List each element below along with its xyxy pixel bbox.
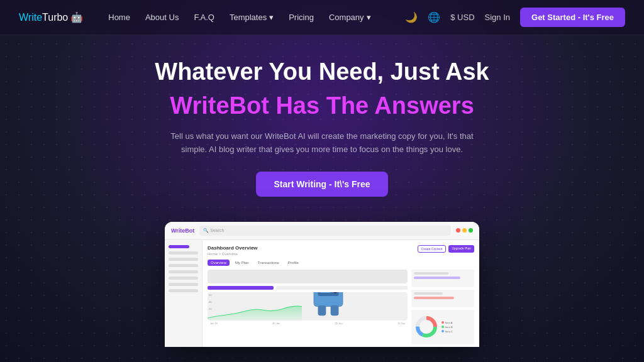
dashboard-content-area: 604020 xyxy=(208,270,474,344)
svg-rect-4 xyxy=(319,292,330,293)
get-started-button[interactable]: Get Started - It's Free xyxy=(520,8,625,27)
nav-pricing[interactable]: Pricing xyxy=(289,13,314,22)
nav-home[interactable]: Home xyxy=(108,13,130,22)
dashboard-tabs: Overview My Plan Transactions Profile xyxy=(208,260,474,266)
language-icon[interactable]: 🌐 xyxy=(428,11,440,23)
svg-rect-15 xyxy=(331,305,339,315)
sign-in-link[interactable]: Sign In xyxy=(485,13,510,22)
sidebar-item[interactable] xyxy=(169,251,198,255)
dashboard-chart: 604020 xyxy=(208,292,408,321)
window-controls xyxy=(456,228,473,233)
sidebar-item[interactable] xyxy=(169,258,198,261)
nav-faq[interactable]: F.A.Q xyxy=(194,13,214,22)
tab-overview[interactable]: Overview xyxy=(208,260,230,266)
nav-right: 🌙 🌐 $ USD Sign In Get Started - It's Fre… xyxy=(405,8,625,27)
close-button[interactable] xyxy=(456,228,460,233)
robot-illustration: ⚙ xyxy=(294,292,363,321)
tab-transactions[interactable]: Transactions xyxy=(255,260,282,266)
content-placeholder-top xyxy=(208,270,408,283)
tab-profile[interactable]: Profile xyxy=(285,260,302,266)
dashboard-actions: Create Content Upgrade Plan xyxy=(418,245,475,253)
sidebar-item[interactable] xyxy=(169,289,198,292)
logo-turbo: Turbo xyxy=(42,12,68,23)
dark-mode-icon[interactable]: 🌙 xyxy=(405,11,418,23)
dashboard-sidebar xyxy=(165,240,203,347)
search-icon: 🔍 xyxy=(203,228,209,233)
hero-headline-2: WriteBot Has The Answers xyxy=(13,92,631,121)
hero-description: Tell us what you want our WriteBot AI wi… xyxy=(165,130,479,156)
nav-links: Home About Us F.A.Q Templates ▾ Pricing … xyxy=(108,13,405,22)
dashboard-left-panel: 604020 xyxy=(208,270,408,344)
tab-my-plan[interactable]: My Plan xyxy=(232,260,252,266)
sidebar-item[interactable] xyxy=(169,270,198,273)
stat-card-1 xyxy=(411,270,474,287)
dashboard-preview: WriteBot 🔍 Search Dashboard Overview Hom… xyxy=(165,222,479,347)
navbar: WriteTurbo🤖 Home About Us F.A.Q Template… xyxy=(0,0,644,35)
currency-selector[interactable]: $ USD xyxy=(450,13,474,22)
hero-headline-1: Whatever You Need, Just Ask xyxy=(13,58,631,87)
dashboard-main: Dashboard Overview Home > Overview Creat… xyxy=(203,240,479,347)
stat-card-2 xyxy=(411,290,474,307)
create-content-button[interactable]: Create Content xyxy=(418,245,447,253)
chevron-down-icon: ▾ xyxy=(367,13,371,22)
start-writing-button[interactable]: Start Writing - It\'s Free xyxy=(256,172,387,197)
dashboard-body: Dashboard Overview Home > Overview Creat… xyxy=(165,240,479,347)
nav-templates[interactable]: Templates ▾ xyxy=(230,13,274,22)
hero-section: Whatever You Need, Just Ask WriteBot Has… xyxy=(0,35,644,209)
dashboard-header: WriteBot 🔍 Search xyxy=(165,222,479,240)
sidebar-item[interactable] xyxy=(169,245,189,248)
nav-about[interactable]: About Us xyxy=(145,13,179,22)
svg-text:⚙: ⚙ xyxy=(334,292,337,293)
dashboard-right-panel: Item A Item B Item C xyxy=(411,270,474,344)
sidebar-item[interactable] xyxy=(169,283,198,286)
donut-svg xyxy=(414,314,439,339)
svg-rect-14 xyxy=(318,305,326,315)
logo-write: Write xyxy=(19,12,42,23)
donut-chart: Item A Item B Item C xyxy=(411,310,474,344)
sidebar-item[interactable] xyxy=(169,277,198,280)
upgrade-plan-button[interactable]: Upgrade Plan xyxy=(448,245,474,253)
chevron-down-icon: ▾ xyxy=(269,13,274,22)
sidebar-item[interactable] xyxy=(169,264,198,267)
logo[interactable]: WriteTurbo🤖 xyxy=(19,11,83,23)
nav-company[interactable]: Company ▾ xyxy=(329,13,371,22)
maximize-button[interactable] xyxy=(469,228,473,233)
dashboard-search[interactable]: 🔍 Search xyxy=(199,226,451,236)
logo-robot-icon: 🤖 xyxy=(70,11,83,23)
dashboard-logo: WriteBot xyxy=(171,228,194,234)
minimize-button[interactable] xyxy=(462,228,467,233)
